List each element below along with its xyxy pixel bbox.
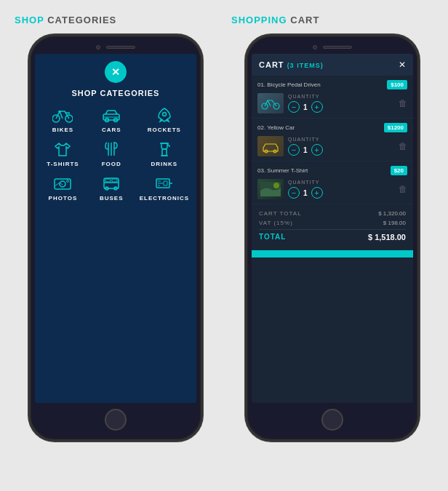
bikes-icon [52, 106, 73, 124]
phone-camera-right [313, 45, 317, 49]
cart-header: CART (3 ITEMS) ✕ [252, 54, 413, 76]
cart-close-button[interactable]: ✕ [399, 60, 406, 70]
left-title-accent: SHOP [15, 15, 44, 25]
svg-rect-10 [162, 149, 167, 156]
item-2-price: $1200 [384, 123, 407, 132]
cart-action-bar[interactable] [252, 250, 413, 258]
item-3-qty-controls: − 1 + [288, 187, 394, 199]
cart-item-2-header: 02. Yellow Car $1200 [257, 123, 407, 132]
svg-line-16 [55, 183, 60, 186]
item-2-name: 02. Yellow Car [257, 124, 295, 131]
item-1-qty-val: 1 [303, 103, 308, 111]
svg-point-15 [67, 180, 69, 183]
svg-rect-20 [105, 179, 111, 182]
item-2-minus[interactable]: − [288, 144, 300, 156]
item-1-qty-controls: − 1 + [288, 101, 394, 113]
category-buses[interactable]: BUSES [91, 175, 132, 201]
svg-point-14 [60, 181, 65, 187]
phone-top-left [35, 45, 196, 49]
phone-bottom-right [252, 409, 413, 431]
item-3-delete[interactable]: 🗑 [399, 184, 407, 194]
right-title-accent: SHOPPING [231, 15, 287, 25]
drinks-icon [154, 140, 175, 158]
photos-label: PHOTOS [49, 195, 78, 201]
shopping-cart-section: SHOPPING CART CART (3 ITEMS) ✕ [231, 15, 433, 442]
cars-label: CARS [102, 127, 121, 133]
cart-item-1-body: QUANTITY − 1 + 🗑 [257, 93, 407, 113]
grand-total-label: TOTAL [259, 233, 286, 241]
left-phone-frame: ✕ SHOP CATEGORIES BIKES [28, 34, 203, 442]
grand-total-val: $ 1,518.00 [368, 233, 406, 241]
food-label: FOOD [102, 161, 121, 167]
cart-item-3-body: QUANTITY − 1 + 🗑 [257, 179, 407, 199]
close-button[interactable]: ✕ [105, 61, 127, 83]
phone-speaker-right [323, 46, 352, 49]
right-phone-frame: CART (3 ITEMS) ✕ 01. Bicycle Pedal Drive… [245, 34, 420, 442]
electronics-label: ELECTRONICS [140, 195, 189, 201]
item-2-qty-controls: − 1 + [288, 144, 394, 156]
category-cars[interactable]: CARS [91, 106, 132, 133]
category-bikes[interactable]: BIKES [42, 106, 84, 133]
tshirts-label: T-SHIRTS [47, 161, 79, 167]
phone-home-button-left[interactable] [105, 409, 127, 431]
categories-grid: BIKES CARS [42, 106, 189, 201]
grand-total-row: TOTAL $ 1,518.00 [259, 233, 406, 241]
buses-label: BUSES [100, 195, 124, 201]
buses-icon [101, 175, 121, 192]
tshirts-icon [52, 140, 73, 158]
svg-point-37 [273, 183, 279, 188]
bikes-label: BIKES [52, 127, 73, 133]
right-section-title: SHOPPING CART [231, 15, 319, 25]
item-3-qty-val: 1 [303, 189, 308, 197]
drinks-label: DRINKS [151, 161, 177, 167]
item-2-delete[interactable]: 🗑 [399, 141, 407, 151]
electronics-icon [154, 175, 175, 192]
shop-categories-section: SHOP CATEGORIES ✕ SHOP CATEGORIES [15, 15, 217, 442]
cars-icon [101, 106, 121, 124]
cart-item-1: 01. Bicycle Pedal Driven $100 [252, 76, 413, 119]
item-3-name: 03. Summer T-Shirt [257, 167, 308, 174]
cart-total-val: $ 1,320.00 [378, 210, 406, 217]
item-1-minus[interactable]: − [288, 101, 300, 113]
item-1-plus[interactable]: + [311, 101, 323, 113]
svg-rect-31 [164, 181, 167, 185]
item-2-thumbnail [257, 136, 284, 156]
item-3-qty-label: QUANTITY [288, 180, 394, 185]
screen-categories: ✕ SHOP CATEGORIES BIKES [35, 54, 196, 403]
item-1-details: QUANTITY − 1 + [288, 94, 394, 113]
category-electronics[interactable]: ELECTRONICS [140, 175, 189, 201]
cart-title: CART (3 ITEMS) [259, 60, 324, 69]
vat-val: $ 198.00 [383, 220, 406, 226]
screen-cart: CART (3 ITEMS) ✕ 01. Bicycle Pedal Drive… [252, 54, 413, 403]
item-3-thumbnail [257, 179, 284, 199]
svg-rect-21 [112, 179, 117, 182]
item-1-price: $100 [387, 80, 407, 89]
item-3-minus[interactable]: − [288, 187, 300, 199]
vat-label: VAT (15%) [259, 220, 293, 226]
cart-item-3-header: 03. Summer T-Shirt $20 [257, 166, 407, 175]
category-tshirts[interactable]: T-SHIRTS [42, 140, 84, 167]
cart-totals: CART TOTAL $ 1,320.00 VAT (15%) $ 198.00… [252, 204, 413, 247]
shop-screen-title: SHOP CATEGORIES [42, 89, 189, 97]
item-1-delete[interactable]: 🗑 [399, 98, 407, 108]
item-2-details: QUANTITY − 1 + [288, 137, 394, 156]
svg-point-6 [162, 113, 166, 116]
food-icon [101, 140, 121, 158]
cart-item-2-body: QUANTITY − 1 + 🗑 [257, 136, 407, 156]
right-title-normal: CART [290, 15, 319, 25]
left-section-title: SHOP CATEGORIES [15, 15, 116, 25]
rockets-label: ROCKETS [148, 127, 181, 133]
item-2-plus[interactable]: + [311, 144, 323, 156]
category-drinks[interactable]: DRINKS [140, 140, 189, 167]
item-3-plus[interactable]: + [311, 187, 323, 199]
phone-top-right [252, 45, 413, 49]
cart-item-2: 02. Yellow Car $1200 [252, 119, 413, 161]
category-food[interactable]: FOOD [91, 140, 132, 167]
category-rockets[interactable]: ROCKETS [140, 106, 189, 133]
phone-home-button-right[interactable] [321, 409, 343, 431]
cart-total-row: CART TOTAL $ 1,320.00 [259, 210, 406, 217]
item-3-details: QUANTITY − 1 + [288, 180, 394, 199]
phone-bottom-left [35, 409, 196, 431]
cart-total-label: CART TOTAL [259, 210, 302, 217]
category-photos[interactable]: PHOTOS [42, 175, 84, 201]
